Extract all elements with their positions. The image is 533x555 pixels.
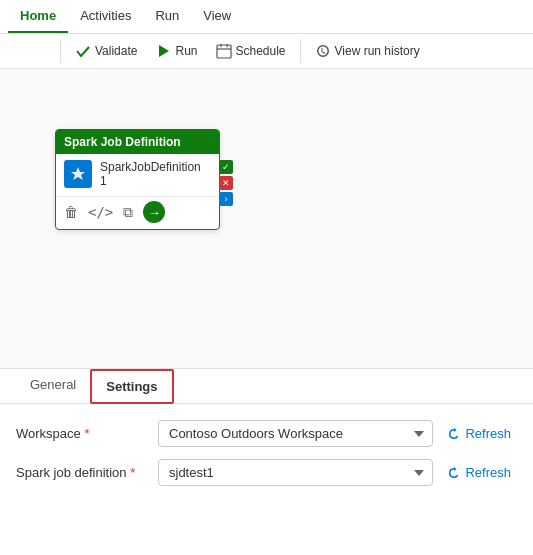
nav-tabs: Home Activities Run View bbox=[0, 0, 533, 34]
workspace-refresh-button[interactable]: Refresh bbox=[441, 422, 517, 445]
gear-button[interactable] bbox=[32, 46, 42, 56]
toolbar-separator-2 bbox=[300, 39, 301, 63]
run-button[interactable]: Run bbox=[147, 38, 205, 64]
node-icon bbox=[64, 160, 92, 188]
copy-icon[interactable]: ⧉ bbox=[123, 204, 133, 221]
schedule-button[interactable]: Schedule bbox=[208, 38, 294, 64]
node-body: SparkJobDefinition 1 bbox=[56, 154, 219, 194]
publish-button[interactable] bbox=[20, 46, 30, 56]
workspace-select[interactable]: Contoso Outdoors Workspace bbox=[158, 420, 433, 447]
spark-job-select[interactable]: sjdtest1 bbox=[158, 459, 433, 486]
history-icon bbox=[315, 43, 331, 59]
workspace-control: Contoso Outdoors Workspace Refresh bbox=[158, 420, 517, 447]
node-actions: 🗑 </> ⧉ → bbox=[56, 196, 219, 229]
node-check-button[interactable]: ✓ bbox=[219, 160, 233, 174]
node-header: Spark Job Definition bbox=[56, 130, 219, 154]
spark-job-required: * bbox=[130, 465, 135, 480]
workspace-label: Workspace * bbox=[16, 426, 146, 441]
validate-icon bbox=[75, 43, 91, 59]
code-icon[interactable]: </> bbox=[88, 204, 113, 220]
tab-general[interactable]: General bbox=[16, 369, 90, 403]
node-label-line2: 1 bbox=[100, 174, 201, 188]
undo-button[interactable] bbox=[44, 46, 54, 56]
workspace-required: * bbox=[84, 426, 89, 441]
spark-job-control: sjdtest1 Refresh bbox=[158, 459, 517, 486]
validate-label: Validate bbox=[95, 44, 137, 58]
tab-run[interactable]: Run bbox=[143, 0, 191, 33]
validate-button[interactable]: Validate bbox=[67, 38, 145, 64]
view-run-history-button[interactable]: View run history bbox=[307, 38, 428, 64]
run-label: Run bbox=[175, 44, 197, 58]
workspace-refresh-label: Refresh bbox=[465, 426, 511, 441]
tab-settings[interactable]: Settings bbox=[90, 369, 173, 404]
spark-job-refresh-button[interactable]: Refresh bbox=[441, 461, 517, 484]
spark-job-label: Spark job definition * bbox=[16, 465, 146, 480]
pipeline-canvas: Spark Job Definition SparkJobDefinition … bbox=[0, 69, 533, 369]
tab-activities[interactable]: Activities bbox=[68, 0, 143, 33]
delete-icon[interactable]: 🗑 bbox=[64, 204, 78, 220]
node-close-button[interactable]: ✕ bbox=[219, 176, 233, 190]
settings-form: Workspace * Contoso Outdoors Workspace R… bbox=[0, 404, 533, 514]
view-run-history-label: View run history bbox=[335, 44, 420, 58]
spark-icon bbox=[69, 165, 87, 183]
node-side-buttons: ✓ ✕ › bbox=[219, 160, 233, 206]
save-button[interactable] bbox=[8, 46, 18, 56]
toolbar-separator-1 bbox=[60, 39, 61, 63]
bottom-panel: General Settings Workspace * Contoso Out… bbox=[0, 369, 533, 514]
workspace-row: Workspace * Contoso Outdoors Workspace R… bbox=[16, 420, 517, 447]
navigate-arrow[interactable]: → bbox=[143, 201, 165, 223]
spark-job-row: Spark job definition * sjdtest1 Refresh bbox=[16, 459, 517, 486]
panel-tabs: General Settings bbox=[0, 369, 533, 404]
node-expand-button[interactable]: › bbox=[219, 192, 233, 206]
schedule-icon bbox=[216, 43, 232, 59]
node-label-line1: SparkJobDefinition bbox=[100, 160, 201, 174]
spark-job-refresh-label: Refresh bbox=[465, 465, 511, 480]
svg-marker-5 bbox=[159, 45, 169, 57]
svg-rect-6 bbox=[217, 45, 231, 58]
tab-home[interactable]: Home bbox=[8, 0, 68, 33]
refresh-icon bbox=[447, 427, 461, 441]
toolbar: Validate Run Schedule View run history bbox=[0, 34, 533, 69]
refresh-icon-2 bbox=[447, 466, 461, 480]
pipeline-node[interactable]: Spark Job Definition SparkJobDefinition … bbox=[55, 129, 220, 230]
node-label: SparkJobDefinition 1 bbox=[100, 160, 201, 188]
node-header-label: Spark Job Definition bbox=[64, 135, 181, 149]
run-icon bbox=[155, 43, 171, 59]
schedule-label: Schedule bbox=[236, 44, 286, 58]
tab-view[interactable]: View bbox=[191, 0, 243, 33]
